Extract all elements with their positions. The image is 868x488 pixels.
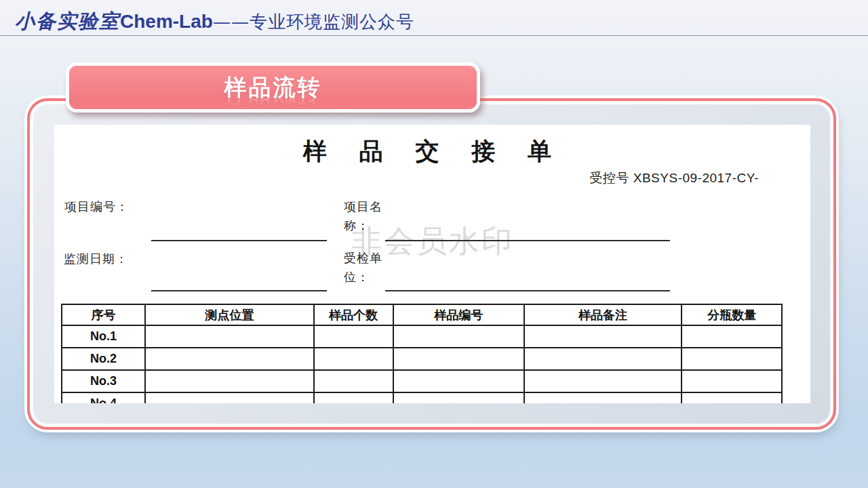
empty-cell	[393, 370, 524, 392]
empty-cell	[524, 325, 682, 348]
field-label-monitor-date: 监测日期：	[64, 249, 128, 268]
form-title: 样 品 交 接 单	[54, 136, 810, 167]
row-index: No.3	[62, 370, 145, 392]
empty-cell	[682, 348, 782, 370]
fill-line-monitor-date	[151, 290, 327, 291]
empty-cell	[145, 348, 314, 370]
brand-name-chinese: 小备实验室	[15, 9, 120, 33]
brand-name-latin: Chem-Lab	[120, 11, 213, 32]
slide-page: 小备实验室Chem-Lab——专业环境监测公众号 样品流转 非会员水印 样 品 …	[0, 0, 868, 488]
section-tab-label: 样品流转	[224, 73, 322, 103]
empty-cell	[314, 325, 393, 348]
table-row: No.4	[62, 392, 782, 403]
col-header-sample-remark: 样品备注	[524, 304, 682, 325]
table-row: No.3	[62, 370, 782, 392]
empty-cell	[145, 325, 314, 348]
brand-tagline: ——专业环境监测公众号	[213, 12, 414, 32]
row-index: No.4	[62, 392, 145, 403]
table-header-row: 序号 测点位置 样品个数 样品编号 样品备注 分瓶数量	[62, 304, 782, 325]
brand-title: 小备实验室Chem-Lab——专业环境监测公众号	[15, 8, 414, 35]
empty-cell	[524, 392, 682, 403]
sample-table: 序号 测点位置 样品个数 样品编号 样品备注 分瓶数量 No.1	[61, 304, 783, 403]
field-label-project-number: 项目编号：	[64, 197, 129, 216]
empty-cell	[314, 348, 393, 370]
empty-cell	[314, 370, 393, 392]
fill-line-project-name	[385, 240, 670, 241]
empty-cell	[682, 370, 782, 392]
col-header-index: 序号	[62, 304, 145, 325]
empty-cell	[682, 325, 782, 348]
col-header-sample-count: 样品个数	[314, 304, 393, 325]
section-tab: 样品流转	[66, 62, 480, 113]
empty-cell	[393, 392, 524, 403]
controlled-number: 受控号 XBSYS-09-2017-CY-	[589, 169, 759, 187]
fill-line-inspected-unit	[385, 290, 670, 291]
brand-header-bar: 小备实验室Chem-Lab——专业环境监测公众号	[0, 0, 868, 36]
empty-cell	[145, 392, 314, 403]
col-header-bottle-count: 分瓶数量	[682, 304, 782, 325]
empty-cell	[682, 392, 782, 403]
row-index: No.2	[62, 348, 145, 370]
empty-cell	[524, 348, 682, 370]
controlled-number-value: XBSYS-09-2017-CY-	[633, 171, 759, 185]
field-label-inspected-unit: 受检单位：	[344, 249, 387, 287]
fill-line-project-number	[151, 240, 327, 241]
empty-cell	[393, 325, 524, 348]
empty-cell	[314, 392, 393, 403]
field-label-project-name: 项目名称：	[344, 197, 387, 235]
empty-cell	[393, 348, 524, 370]
table-row: No.1	[62, 325, 782, 348]
table-row: No.2	[62, 348, 782, 370]
row-index: No.1	[62, 325, 145, 348]
empty-cell	[145, 370, 314, 392]
form-document: 非会员水印 样 品 交 接 单 受控号 XBSYS-09-2017-CY- 项目…	[54, 125, 810, 403]
empty-cell	[524, 370, 682, 392]
col-header-sample-id: 样品编号	[393, 304, 524, 325]
controlled-number-label: 受控号	[589, 171, 629, 185]
col-header-location: 测点位置	[145, 304, 314, 325]
